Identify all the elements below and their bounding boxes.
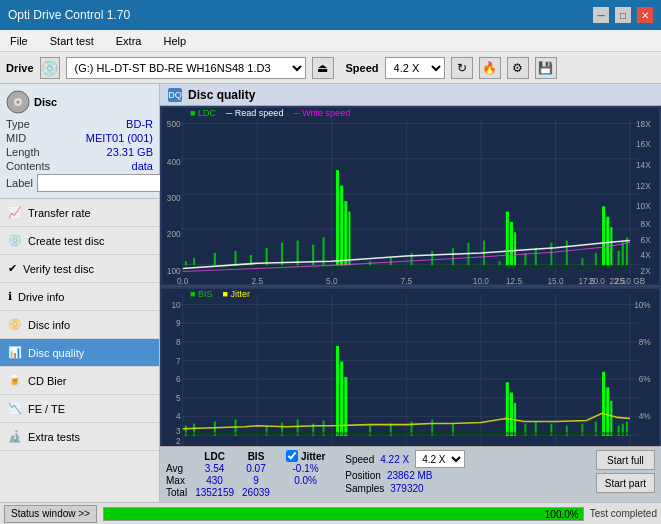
drive-select[interactable]: (G:) HL-DT-ST BD-RE WH16NS48 1.D3 [66,57,306,79]
sidebar-item-cd-bier[interactable]: 🍺 CD Bier [0,367,159,395]
eject-button[interactable]: ⏏ [312,57,334,79]
menu-help[interactable]: Help [157,33,192,49]
svg-rect-43 [214,253,216,265]
svg-rect-140 [610,401,612,436]
refresh-button[interactable]: ↻ [451,57,473,79]
create-test-disc-label: Create test disc [28,235,104,247]
speed-label: Speed [346,62,379,74]
close-button[interactable]: ✕ [637,7,653,23]
status-window-button[interactable]: Status window >> [4,505,97,523]
svg-text:10X: 10X [636,202,651,211]
ldc-legend: ■ LDC [190,108,216,118]
speed-select[interactable]: 4.2 X [385,57,445,79]
avg-ldc: 3.54 [195,463,242,475]
disc-length-row: Length 23.31 GB [6,146,153,158]
progress-bar-fill [104,508,583,520]
content-area: DQ Disc quality ■ LDC ─ Read speed ─ Wri… [160,84,661,502]
sidebar-item-fe-te[interactable]: 📉 FE / TE [0,395,159,423]
minimize-button[interactable]: ─ [593,7,609,23]
bis-legend: ■ BIS [190,289,212,299]
disc-info-label: Disc info [28,319,70,331]
svg-text:8X: 8X [641,220,652,229]
jitter-legend: ■ Jitter [222,289,249,299]
svg-rect-70 [581,258,583,265]
drive-info-icon: ℹ [8,290,12,303]
svg-rect-68 [550,243,552,266]
sidebar-item-drive-info[interactable]: ℹ Drive info [0,283,159,311]
bottom-chart-svg: 10 9 8 7 6 5 4 3 2 1 10% 8% 6% 4% 2% [162,289,659,446]
svg-rect-73 [606,217,609,266]
extra-tests-icon: 🔬 [8,430,22,443]
drivebar: Drive 💿 (G:) HL-DT-ST BD-RE WH16NS48 1.D… [0,52,661,84]
svg-text:4: 4 [176,412,181,421]
top-chart-legend: ■ LDC ─ Read speed ─ Write speed [190,108,350,118]
samples-row: Samples 379320 [345,483,465,494]
svg-rect-67 [535,248,537,266]
disc-type-row: Type BD-R [6,118,153,130]
disc-header: Disc [6,90,153,114]
svg-rect-64 [510,222,513,265]
disc-label-row: Label ✎ [6,174,153,192]
svg-rect-42 [193,258,195,265]
cd-bier-icon: 🍺 [8,374,22,387]
status-text: Test completed [590,508,657,519]
burn-button[interactable]: 🔥 [479,57,501,79]
svg-rect-72 [602,206,605,265]
svg-text:8%: 8% [639,338,652,347]
svg-text:20.0: 20.0 [589,277,605,284]
svg-rect-76 [622,243,624,266]
svg-text:10%: 10% [634,301,651,310]
titlebar: Opti Drive Control 1.70 ─ □ ✕ [0,0,661,30]
svg-text:200: 200 [167,230,181,239]
svg-text:12.5: 12.5 [506,277,522,284]
sidebar-item-transfer-rate[interactable]: 📈 Transfer rate [0,199,159,227]
sidebar-item-create-test-disc[interactable]: 💿 Create test disc [0,227,159,255]
disc-label-input[interactable] [37,174,170,192]
svg-rect-44 [234,251,236,265]
sidebar-item-verify-test-disc[interactable]: ✔ Verify test disc [0,255,159,283]
sidebar-item-disc-quality[interactable]: 📊 Disc quality [0,339,159,367]
menu-start-test[interactable]: Start test [44,33,100,49]
svg-rect-49 [348,212,350,266]
speed-dropdown[interactable]: 4.2 X [415,450,465,468]
read-speed-legend: ─ Read speed [226,108,283,118]
svg-text:7: 7 [176,357,181,366]
avg-jitter: -0.1% [286,463,333,475]
jitter-checkbox[interactable] [286,450,298,462]
menu-file[interactable]: File [4,33,34,49]
sidebar-item-extra-tests[interactable]: 🔬 Extra tests [0,423,159,451]
menubar: File Start test Extra Help [0,30,661,52]
position-row: Position 23862 MB [345,470,465,481]
disc-contents-row: Contents data [6,160,153,172]
disc-icon [6,90,30,114]
statusbar: Status window >> 100.0% Test completed [0,502,661,524]
svg-text:8: 8 [176,338,181,347]
start-full-button[interactable]: Start full [596,450,655,470]
svg-rect-57 [411,253,413,265]
disc-mid-row: MID MEIT01 (001) [6,132,153,144]
charts-container: ■ LDC ─ Read speed ─ Write speed 18X 16X… [160,106,661,446]
save-button[interactable]: 💾 [535,57,557,79]
total-label: Total [166,487,195,499]
settings-button[interactable]: ⚙ [507,57,529,79]
svg-rect-78 [183,265,630,268]
svg-rect-46 [336,170,339,265]
svg-text:0.0: 0.0 [177,277,189,284]
disc-quality-icon: 📊 [8,346,22,359]
menu-extra[interactable]: Extra [110,33,148,49]
sidebar-item-disc-info[interactable]: 📀 Disc info [0,311,159,339]
app-title: Opti Drive Control 1.70 [8,8,130,22]
svg-text:5.0: 5.0 [326,277,338,284]
jitter-header: Jitter [301,451,325,462]
svg-text:6X: 6X [641,236,652,245]
svg-text:300: 300 [167,194,181,203]
svg-rect-65 [514,232,516,265]
svg-rect-150 [183,432,630,435]
start-part-button[interactable]: Start part [596,473,655,493]
stats-bar: LDC BIS Jitter Avg 3.54 0.07 -0.1% [160,446,661,502]
svg-rect-71 [595,253,597,265]
svg-rect-62 [499,261,501,265]
max-bis: 9 [242,475,278,487]
maximize-button[interactable]: □ [615,7,631,23]
disc-panel-title: Disc [34,96,57,108]
